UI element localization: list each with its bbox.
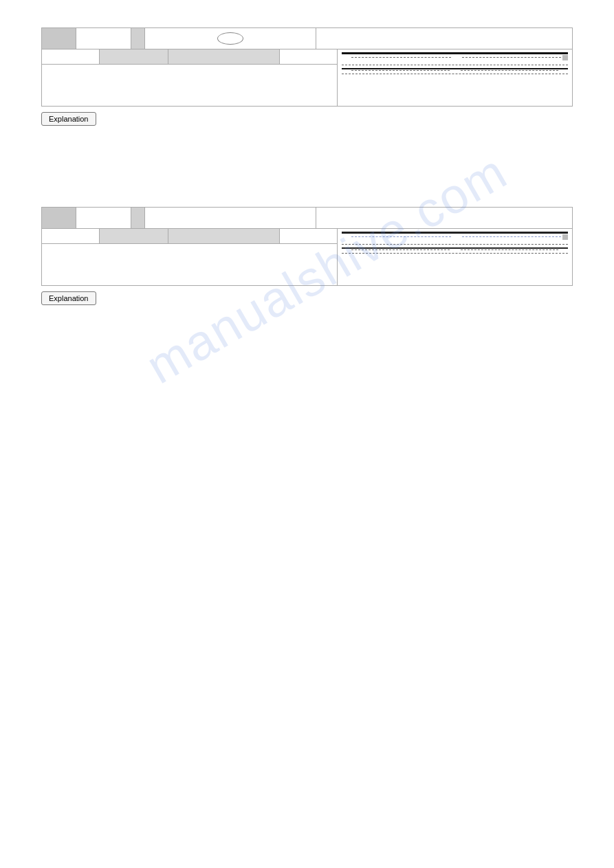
graph-row-2c [342,244,568,245]
graph-row-2b [342,234,568,240]
dh-gray-cell-2 [42,208,76,228]
db-lt-cell-2b [100,229,168,243]
db-left-content-2 [42,244,337,285]
db-lt-cell-1c [168,49,280,64]
explanation-button-2[interactable]: Explanation [41,291,96,305]
thick-line-1d [342,68,568,70]
small-rect-1b [562,55,568,60]
db-lt-cell-2c [168,229,280,243]
db-left-top-1 [42,49,337,65]
dashed-line-1b [351,57,451,58]
db-left-content-1 [42,65,337,106]
db-left-top-2 [42,229,337,244]
diagram-body-2 [41,229,573,286]
dashed-line-2e2 [461,249,559,250]
db-left-2 [42,229,338,285]
small-rect-2b [562,234,568,240]
dashed-line-2b2 [462,236,562,237]
graph-area-2 [342,232,568,254]
dh-white-cell-2 [76,208,131,228]
dashed-line-2c [342,244,568,245]
db-left-1 [42,49,338,106]
graph-row-1b [342,55,568,60]
graph-row-2e [342,249,568,250]
graph-area-1 [342,52,568,74]
dh-white-cell-1 [76,28,131,49]
graph-row-2d [342,247,568,249]
dashed-line-1e2 [461,70,559,71]
diagram-block-2: Explanation [41,207,573,305]
thick-line-2d [342,247,568,249]
db-lt-cell-2d [280,229,337,243]
graph-row-1d [342,68,568,70]
dh-oval-cell-2 [145,208,316,228]
graph-row-1c [342,65,568,65]
thick-line-1a [342,52,568,54]
graph-row-1a [342,52,568,54]
dashed-line-1b2 [462,57,562,58]
dh-tiny-gray-2 [131,208,145,228]
dashed-line-1c [342,65,568,65]
dh-oval-cell-1 [145,28,316,49]
graph-row-2a [342,232,568,234]
dashed-line-1e [351,70,450,71]
dh-last-cell-1 [316,28,572,49]
dashed-line-2b [351,236,451,237]
page-container: manualshive.com [0,0,614,868]
dh-last-cell-2 [316,208,572,228]
db-lt-cell-1a [42,49,100,64]
db-right-2 [338,229,572,285]
spacer-1 [41,138,573,179]
oval-shape-1 [217,32,243,45]
db-lt-cell-1b [100,49,168,64]
diagram-header-1 [41,27,573,49]
dh-gray-cell-1 [42,28,76,49]
dashed-line-1f [342,74,568,74]
db-right-1 [338,49,572,106]
diagram-body-1 [41,49,573,107]
graph-row-2f [342,253,568,254]
explanation-button-1[interactable]: Explanation [41,112,96,126]
graph-row-1e [342,70,568,71]
dh-tiny-gray-1 [131,28,145,49]
thick-line-2a [342,232,568,234]
db-lt-cell-1d [280,49,337,64]
dashed-line-2f [342,253,568,254]
db-lt-cell-2a [42,229,100,243]
dashed-line-2e [351,249,450,250]
diagram-header-2 [41,207,573,229]
graph-row-1f [342,74,568,74]
diagram-block-1: Explanation [41,27,573,126]
